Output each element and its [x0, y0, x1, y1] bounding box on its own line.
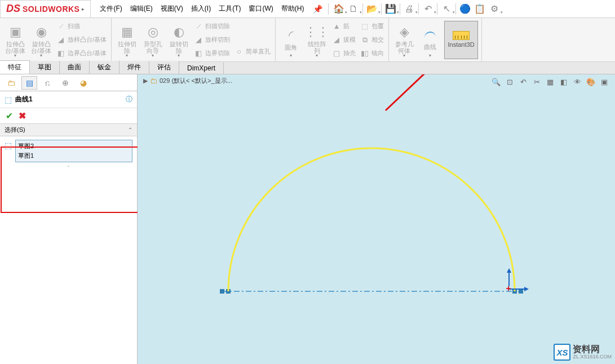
tab-sheetmetal[interactable]: 钣金: [90, 61, 120, 74]
tab-evaluate[interactable]: 评估: [149, 61, 179, 74]
mirror-button[interactable]: ▮▯镜向: [359, 48, 385, 59]
options-list-button[interactable]: 📋: [473, 3, 486, 15]
boundary-icon: ◧: [56, 49, 65, 58]
rib-button[interactable]: ▲筋: [331, 21, 357, 32]
tab-dimxpert[interactable]: DimXpert: [179, 63, 224, 74]
revolve-cut-icon: ◐: [174, 25, 184, 39]
draft-button[interactable]: ◢拔模: [331, 34, 357, 46]
select-button[interactable]: ↖: [440, 3, 453, 15]
extrude-cut-button[interactable]: ▦拉伸切除: [115, 21, 139, 59]
sweep-cut-icon: ⟋: [194, 22, 203, 31]
settings-button[interactable]: ⚙: [488, 3, 501, 15]
revolve-cut-button[interactable]: ◐旋转切除: [167, 21, 191, 59]
selection-icon: ⬚: [5, 141, 12, 150]
selection-section-header[interactable]: 选择(S) ⌃: [0, 123, 137, 136]
rebuild-button[interactable]: 🔵: [458, 3, 472, 15]
help-icon[interactable]: ⓘ: [126, 95, 132, 104]
ref-geom-button[interactable]: ◈参考几何体: [392, 21, 416, 59]
ok-button[interactable]: ✔: [6, 110, 13, 121]
print-button[interactable]: 🖨: [402, 3, 416, 15]
origin-marker-icon: [506, 286, 511, 291]
wrap-icon: ⬚: [360, 22, 369, 31]
dimxpert-tab[interactable]: ⊕: [57, 76, 73, 90]
loft-cut-button[interactable]: ◢放样切割: [193, 34, 231, 46]
extrude-cut-icon: ▦: [121, 25, 133, 39]
menu-tools[interactable]: 工具(T): [215, 2, 244, 16]
draft-icon: ◢: [332, 35, 341, 45]
display-tab[interactable]: ◕: [76, 76, 91, 90]
fillet-button[interactable]: ◜圆角: [279, 21, 303, 59]
simple-hole-icon: ○: [235, 47, 244, 56]
menu-view[interactable]: 视图(V): [157, 2, 187, 16]
linear-pattern-button[interactable]: ⋮⋮线性阵列: [305, 21, 329, 59]
boundary-cut-icon: ◧: [194, 49, 203, 58]
new-button[interactable]: 🗋: [347, 3, 360, 15]
sweep-icon: ⟋: [56, 22, 65, 31]
save-button[interactable]: 💾: [384, 3, 397, 15]
open-button[interactable]: 📂: [365, 3, 379, 15]
menu-help[interactable]: 帮助(H): [278, 2, 308, 16]
pin-icon[interactable]: 📌: [308, 5, 327, 14]
quick-access-toolbar: 🏠 🗋 📂 💾 🖨 ↶ ↖ 🔵 📋 ⚙: [332, 3, 501, 15]
menu-edit[interactable]: 编辑(E): [127, 2, 156, 16]
panel-title: 曲线1: [15, 95, 122, 104]
watermark: XS 资料网 ZL.XS1616.COM: [554, 344, 612, 361]
wrap-button[interactable]: ⬚包覆: [359, 21, 385, 32]
ribbon: ▣拉伸凸台/基体 ◉旋转凸台/基体 ⟋扫描 ◢放样凸台/基体 ◧边界凸台/基体 …: [0, 18, 615, 62]
command-manager-tabs: 特征 草图 曲面 钣金 焊件 评估 DimXpert: [0, 62, 615, 74]
cancel-button[interactable]: ✖: [19, 110, 26, 121]
property-manager-tab[interactable]: ▤: [21, 76, 37, 90]
boundary-cut-button[interactable]: ◧边界切除: [193, 48, 231, 59]
graphics-viewport[interactable]: ▶ 🗀 029 (默认< <默认>_显示... 🔍 ⊡ ↶ ✂ ▦ ◧ 👁 🎨 …: [138, 74, 615, 364]
curves-button[interactable]: 曲线: [418, 21, 442, 59]
menu-window[interactable]: 窗口(W): [245, 2, 276, 16]
tab-sketch[interactable]: 草图: [30, 61, 60, 74]
menu-bar: 文件(F) 编辑(E) 视图(V) 插入(I) 工具(T) 窗口(W) 帮助(H…: [91, 2, 327, 16]
collapse-icon: ⌃: [128, 127, 132, 133]
list-item[interactable]: 草图2: [18, 141, 130, 151]
resize-handle[interactable]: ◦: [5, 162, 132, 170]
sweep-button[interactable]: ⟋扫描: [55, 21, 108, 32]
loft-icon: ◢: [56, 35, 65, 45]
shell-icon: ▢: [332, 49, 341, 58]
loft-button[interactable]: ◢放样凸台/基体: [55, 34, 108, 46]
config-tab[interactable]: ⎌: [39, 76, 55, 90]
intersect-icon: ⧉: [360, 35, 369, 45]
list-item[interactable]: 草图1: [18, 151, 130, 161]
ref-geom-icon: ◈: [400, 25, 409, 39]
curves-icon: [423, 29, 437, 42]
simple-hole-button[interactable]: ○简单直孔: [233, 46, 272, 57]
tab-surface[interactable]: 曲面: [60, 61, 90, 74]
tab-feature[interactable]: 特征: [0, 60, 30, 74]
selection-listbox[interactable]: 草图2 草图1: [15, 140, 132, 162]
menu-file[interactable]: 文件(F): [96, 2, 125, 16]
mirror-icon: ▮▯: [360, 49, 369, 58]
hole-wizard-icon: ◎: [148, 25, 158, 39]
app-logo[interactable]: DS SOLIDWORKS ▸: [0, 0, 91, 18]
pattern-icon: ⋮⋮: [304, 25, 329, 39]
logo-text: SOLIDWORKS: [23, 5, 79, 14]
new-doc-button[interactable]: 🏠: [332, 3, 346, 15]
tab-weldment[interactable]: 焊件: [120, 61, 149, 74]
hole-wizard-button[interactable]: ◎异型孔向导: [141, 21, 165, 59]
instant3d-button[interactable]: Instant3D: [444, 21, 478, 59]
instant3d-icon: [453, 31, 470, 40]
watermark-url: ZL.XS1616.COM: [573, 354, 612, 360]
curve-feature-icon: ⬚: [5, 95, 12, 104]
logo-ds-icon: DS: [6, 3, 20, 15]
extrude-icon: ▣: [10, 25, 21, 39]
svg-rect-2: [519, 289, 523, 294]
intersect-button[interactable]: ⧉相交: [359, 34, 385, 46]
revolve-boss-button[interactable]: ◉旋转凸台/基体: [29, 21, 53, 59]
fillet-icon: ◜: [289, 29, 294, 42]
menu-insert[interactable]: 插入(I): [188, 2, 214, 16]
extrude-boss-button[interactable]: ▣拉伸凸台/基体: [3, 21, 27, 59]
undo-button[interactable]: ↶: [421, 3, 435, 15]
rib-icon: ▲: [332, 22, 341, 31]
svg-rect-1: [220, 289, 224, 294]
property-manager: 🗀 ▤ ⎌ ⊕ ◕ ⬚ 曲线1 ⓘ ✔ ✖ 选择(S) ⌃ ⬚ 草图2 草图1: [0, 74, 138, 364]
feature-tree-tab[interactable]: 🗀: [3, 76, 19, 90]
sweep-cut-button[interactable]: ⟋扫描切除: [193, 21, 231, 32]
boundary-button[interactable]: ◧边界凸台/基体: [55, 48, 108, 59]
shell-button[interactable]: ▢抽壳: [331, 48, 357, 59]
